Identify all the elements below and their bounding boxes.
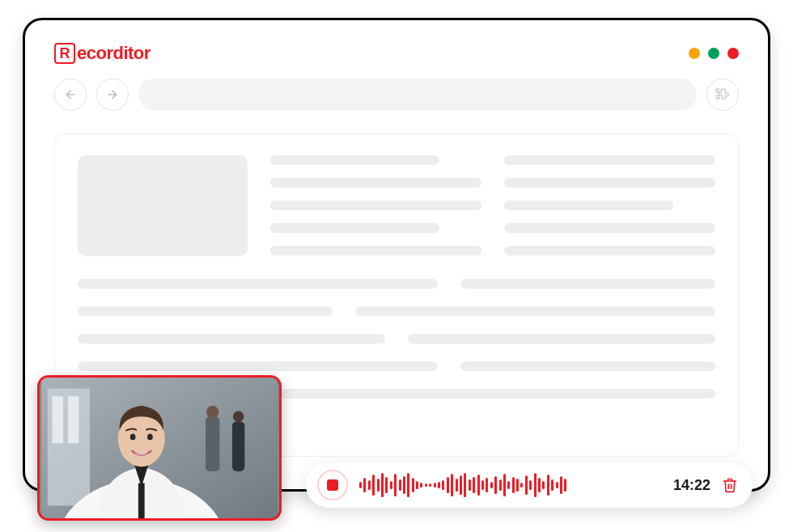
window-controls (689, 48, 739, 59)
wave-bar (377, 479, 380, 492)
content-thumbnail (78, 155, 248, 256)
skeleton-row (78, 306, 715, 316)
wave-bar (494, 476, 497, 494)
wave-bar (442, 480, 444, 490)
content-column-right (504, 155, 715, 256)
skeleton-line (504, 246, 715, 255)
close-button[interactable] (727, 48, 739, 59)
wave-bar (516, 479, 519, 492)
wave-bar (368, 480, 371, 490)
arrow-right-icon (106, 88, 119, 101)
skeleton-line (270, 155, 439, 165)
skeleton-line (78, 334, 385, 344)
skeleton-row (78, 279, 715, 289)
wave-bar (464, 473, 466, 497)
wave-bar (473, 477, 475, 493)
skeleton-line (270, 201, 481, 210)
skeleton-line (460, 279, 715, 289)
wave-bar (403, 476, 405, 494)
title-bar: R ecorditor (54, 43, 739, 64)
wave-bar (372, 475, 375, 496)
maximize-button[interactable] (708, 48, 719, 59)
wave-bar (507, 481, 510, 489)
wave-bar (407, 473, 409, 497)
skeleton-row (78, 361, 715, 371)
content-columns (270, 155, 715, 256)
wave-bar (394, 474, 396, 496)
wave-bar (451, 474, 453, 496)
wave-bar (556, 482, 558, 488)
delete-button[interactable] (722, 476, 738, 494)
webcam-feed (40, 378, 279, 518)
forward-button[interactable] (96, 78, 129, 111)
browser-toolbar (54, 78, 739, 111)
wave-bar (551, 479, 553, 491)
wave-bar (499, 479, 502, 491)
wave-bar (438, 482, 440, 488)
wave-bar (534, 473, 536, 497)
skeleton-row (78, 334, 715, 344)
wave-bar (486, 478, 488, 492)
webcam-overlay[interactable] (37, 375, 282, 521)
skeleton-line (355, 306, 715, 316)
wave-bar (399, 479, 401, 491)
wave-bar (542, 481, 545, 489)
wave-bar (412, 478, 414, 492)
skeleton-line (78, 279, 438, 289)
app-logo: R ecorditor (54, 43, 151, 64)
wave-bar (434, 483, 436, 488)
svg-point-14 (147, 434, 153, 441)
address-bar[interactable] (138, 78, 697, 111)
wave-bar (416, 481, 418, 489)
wave-bar (381, 473, 384, 497)
svg-rect-11 (138, 483, 145, 519)
wave-bar (363, 478, 366, 492)
skeleton-line (270, 246, 481, 255)
wave-bar (429, 483, 431, 487)
svg-rect-4 (53, 396, 64, 443)
svg-rect-8 (232, 421, 244, 471)
skeleton-line (504, 201, 673, 210)
puzzle-icon (715, 87, 731, 103)
recording-duration: 14:22 (673, 477, 710, 494)
trash-icon (722, 476, 738, 494)
minimize-button[interactable] (689, 48, 700, 59)
wave-bar (447, 477, 449, 493)
skeleton-line (78, 306, 333, 316)
skeleton-line (78, 361, 438, 371)
arrow-left-icon (64, 88, 77, 101)
skeleton-line (408, 334, 715, 344)
wave-bar (529, 480, 532, 490)
audio-waveform (359, 471, 662, 499)
wave-bar (503, 474, 506, 496)
wave-bar (547, 475, 549, 496)
recording-bar: 14:22 (306, 462, 753, 508)
skeleton-line (460, 361, 715, 371)
wave-bar (538, 478, 541, 492)
wave-bar (420, 483, 422, 488)
svg-point-9 (233, 412, 244, 423)
stop-button[interactable] (317, 470, 348, 500)
skeleton-line (270, 178, 481, 188)
content-header (78, 155, 715, 256)
wave-bar (469, 479, 471, 491)
wave-bar (490, 482, 493, 488)
wave-bar (564, 479, 566, 492)
back-button[interactable] (54, 78, 87, 111)
wave-bar (477, 475, 480, 496)
stop-icon (327, 479, 338, 491)
skeleton-line (504, 155, 715, 165)
wave-bar (390, 481, 392, 489)
extensions-button[interactable] (706, 78, 739, 111)
svg-rect-6 (206, 416, 219, 471)
logo-mark: R (54, 43, 75, 64)
wave-bar (456, 479, 458, 492)
skeleton-line (504, 178, 715, 188)
svg-rect-5 (68, 396, 79, 443)
wave-bar (481, 480, 484, 490)
svg-point-7 (206, 406, 218, 418)
wave-bar (525, 475, 528, 495)
wave-bar (359, 482, 362, 488)
wave-bar (560, 476, 562, 494)
skeleton-line (504, 223, 715, 233)
